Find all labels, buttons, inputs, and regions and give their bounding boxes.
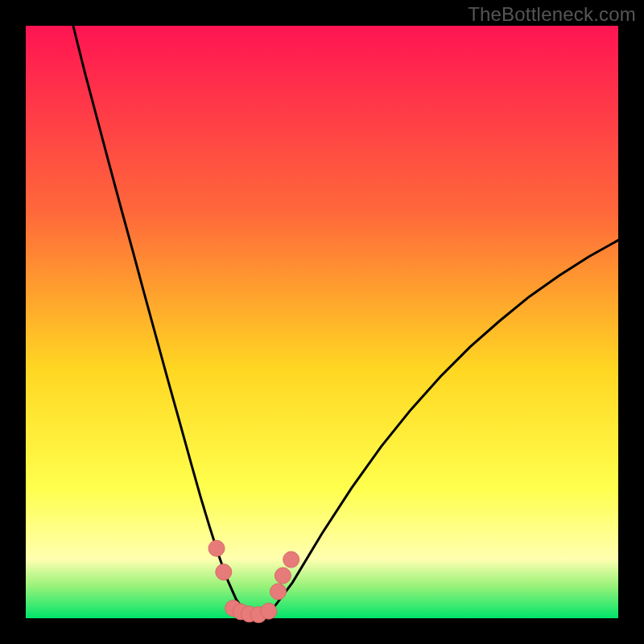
bottleneck-chart xyxy=(0,0,644,644)
data-point xyxy=(275,568,291,584)
plot-background xyxy=(26,26,618,618)
data-point xyxy=(208,540,225,556)
chart-frame: TheBottleneck.com xyxy=(0,0,644,644)
data-point xyxy=(216,564,232,580)
data-point xyxy=(270,584,287,600)
data-point xyxy=(283,551,299,568)
data-point xyxy=(261,603,277,619)
